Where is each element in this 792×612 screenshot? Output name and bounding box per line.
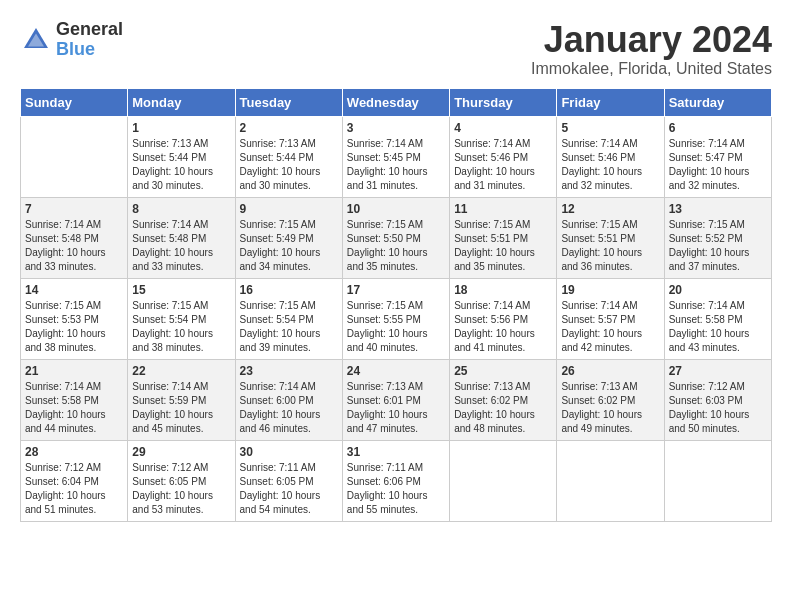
day-number: 16	[240, 283, 338, 297]
day-info: Sunrise: 7:14 AMSunset: 5:56 PMDaylight:…	[454, 299, 552, 355]
calendar-cell: 8Sunrise: 7:14 AMSunset: 5:48 PMDaylight…	[128, 197, 235, 278]
day-info: Sunrise: 7:14 AMSunset: 5:47 PMDaylight:…	[669, 137, 767, 193]
day-info: Sunrise: 7:14 AMSunset: 5:59 PMDaylight:…	[132, 380, 230, 436]
day-number: 2	[240, 121, 338, 135]
month-title: January 2024	[531, 20, 772, 60]
day-number: 26	[561, 364, 659, 378]
day-info: Sunrise: 7:14 AMSunset: 5:58 PMDaylight:…	[25, 380, 123, 436]
day-info: Sunrise: 7:13 AMSunset: 6:02 PMDaylight:…	[454, 380, 552, 436]
day-info: Sunrise: 7:15 AMSunset: 5:54 PMDaylight:…	[240, 299, 338, 355]
calendar-cell: 22Sunrise: 7:14 AMSunset: 5:59 PMDayligh…	[128, 359, 235, 440]
calendar-cell: 4Sunrise: 7:14 AMSunset: 5:46 PMDaylight…	[450, 116, 557, 197]
day-info: Sunrise: 7:11 AMSunset: 6:06 PMDaylight:…	[347, 461, 445, 517]
day-info: Sunrise: 7:14 AMSunset: 5:48 PMDaylight:…	[25, 218, 123, 274]
calendar-cell: 9Sunrise: 7:15 AMSunset: 5:49 PMDaylight…	[235, 197, 342, 278]
title-area: January 2024 Immokalee, Florida, United …	[531, 20, 772, 78]
calendar-cell: 2Sunrise: 7:13 AMSunset: 5:44 PMDaylight…	[235, 116, 342, 197]
calendar-cell: 10Sunrise: 7:15 AMSunset: 5:50 PMDayligh…	[342, 197, 449, 278]
day-number: 12	[561, 202, 659, 216]
day-info: Sunrise: 7:14 AMSunset: 6:00 PMDaylight:…	[240, 380, 338, 436]
day-info: Sunrise: 7:14 AMSunset: 5:46 PMDaylight:…	[454, 137, 552, 193]
calendar-cell: 5Sunrise: 7:14 AMSunset: 5:46 PMDaylight…	[557, 116, 664, 197]
day-info: Sunrise: 7:15 AMSunset: 5:52 PMDaylight:…	[669, 218, 767, 274]
header-saturday: Saturday	[664, 88, 771, 116]
day-number: 20	[669, 283, 767, 297]
day-info: Sunrise: 7:14 AMSunset: 5:58 PMDaylight:…	[669, 299, 767, 355]
header-monday: Monday	[128, 88, 235, 116]
logo-icon	[20, 24, 52, 56]
page-header: General Blue January 2024 Immokalee, Flo…	[20, 20, 772, 78]
day-number: 30	[240, 445, 338, 459]
location-title: Immokalee, Florida, United States	[531, 60, 772, 78]
calendar-week-row: 7Sunrise: 7:14 AMSunset: 5:48 PMDaylight…	[21, 197, 772, 278]
calendar-cell: 1Sunrise: 7:13 AMSunset: 5:44 PMDaylight…	[128, 116, 235, 197]
calendar-cell: 7Sunrise: 7:14 AMSunset: 5:48 PMDaylight…	[21, 197, 128, 278]
logo-text-blue: Blue	[56, 40, 123, 60]
calendar-cell	[664, 440, 771, 521]
day-number: 3	[347, 121, 445, 135]
day-number: 21	[25, 364, 123, 378]
day-info: Sunrise: 7:12 AMSunset: 6:05 PMDaylight:…	[132, 461, 230, 517]
calendar-cell	[21, 116, 128, 197]
day-number: 18	[454, 283, 552, 297]
calendar-cell: 26Sunrise: 7:13 AMSunset: 6:02 PMDayligh…	[557, 359, 664, 440]
day-number: 24	[347, 364, 445, 378]
calendar-cell: 24Sunrise: 7:13 AMSunset: 6:01 PMDayligh…	[342, 359, 449, 440]
calendar-cell: 28Sunrise: 7:12 AMSunset: 6:04 PMDayligh…	[21, 440, 128, 521]
calendar-cell: 15Sunrise: 7:15 AMSunset: 5:54 PMDayligh…	[128, 278, 235, 359]
day-number: 29	[132, 445, 230, 459]
day-info: Sunrise: 7:15 AMSunset: 5:54 PMDaylight:…	[132, 299, 230, 355]
header-tuesday: Tuesday	[235, 88, 342, 116]
day-info: Sunrise: 7:13 AMSunset: 6:02 PMDaylight:…	[561, 380, 659, 436]
header-sunday: Sunday	[21, 88, 128, 116]
day-info: Sunrise: 7:12 AMSunset: 6:03 PMDaylight:…	[669, 380, 767, 436]
calendar-cell: 13Sunrise: 7:15 AMSunset: 5:52 PMDayligh…	[664, 197, 771, 278]
day-info: Sunrise: 7:14 AMSunset: 5:57 PMDaylight:…	[561, 299, 659, 355]
calendar-cell	[450, 440, 557, 521]
day-number: 19	[561, 283, 659, 297]
calendar-cell: 30Sunrise: 7:11 AMSunset: 6:05 PMDayligh…	[235, 440, 342, 521]
day-info: Sunrise: 7:15 AMSunset: 5:50 PMDaylight:…	[347, 218, 445, 274]
calendar-cell: 6Sunrise: 7:14 AMSunset: 5:47 PMDaylight…	[664, 116, 771, 197]
logo: General Blue	[20, 20, 123, 60]
day-number: 15	[132, 283, 230, 297]
calendar-table: Sunday Monday Tuesday Wednesday Thursday…	[20, 88, 772, 522]
day-number: 17	[347, 283, 445, 297]
calendar-week-row: 21Sunrise: 7:14 AMSunset: 5:58 PMDayligh…	[21, 359, 772, 440]
calendar-cell: 3Sunrise: 7:14 AMSunset: 5:45 PMDaylight…	[342, 116, 449, 197]
header-thursday: Thursday	[450, 88, 557, 116]
calendar-week-row: 14Sunrise: 7:15 AMSunset: 5:53 PMDayligh…	[21, 278, 772, 359]
day-info: Sunrise: 7:13 AMSunset: 6:01 PMDaylight:…	[347, 380, 445, 436]
day-info: Sunrise: 7:14 AMSunset: 5:48 PMDaylight:…	[132, 218, 230, 274]
calendar-cell: 31Sunrise: 7:11 AMSunset: 6:06 PMDayligh…	[342, 440, 449, 521]
calendar-cell: 27Sunrise: 7:12 AMSunset: 6:03 PMDayligh…	[664, 359, 771, 440]
calendar-cell: 21Sunrise: 7:14 AMSunset: 5:58 PMDayligh…	[21, 359, 128, 440]
calendar-week-row: 28Sunrise: 7:12 AMSunset: 6:04 PMDayligh…	[21, 440, 772, 521]
day-number: 31	[347, 445, 445, 459]
day-number: 28	[25, 445, 123, 459]
calendar-cell	[557, 440, 664, 521]
calendar-cell: 11Sunrise: 7:15 AMSunset: 5:51 PMDayligh…	[450, 197, 557, 278]
day-number: 1	[132, 121, 230, 135]
calendar-cell: 12Sunrise: 7:15 AMSunset: 5:51 PMDayligh…	[557, 197, 664, 278]
day-number: 14	[25, 283, 123, 297]
weekday-header-row: Sunday Monday Tuesday Wednesday Thursday…	[21, 88, 772, 116]
logo-text-general: General	[56, 20, 123, 40]
day-number: 23	[240, 364, 338, 378]
day-info: Sunrise: 7:15 AMSunset: 5:53 PMDaylight:…	[25, 299, 123, 355]
day-info: Sunrise: 7:12 AMSunset: 6:04 PMDaylight:…	[25, 461, 123, 517]
day-number: 10	[347, 202, 445, 216]
calendar-week-row: 1Sunrise: 7:13 AMSunset: 5:44 PMDaylight…	[21, 116, 772, 197]
calendar-cell: 20Sunrise: 7:14 AMSunset: 5:58 PMDayligh…	[664, 278, 771, 359]
day-number: 5	[561, 121, 659, 135]
day-number: 25	[454, 364, 552, 378]
calendar-cell: 19Sunrise: 7:14 AMSunset: 5:57 PMDayligh…	[557, 278, 664, 359]
day-number: 8	[132, 202, 230, 216]
day-info: Sunrise: 7:14 AMSunset: 5:45 PMDaylight:…	[347, 137, 445, 193]
calendar-cell: 18Sunrise: 7:14 AMSunset: 5:56 PMDayligh…	[450, 278, 557, 359]
day-number: 13	[669, 202, 767, 216]
calendar-cell: 29Sunrise: 7:12 AMSunset: 6:05 PMDayligh…	[128, 440, 235, 521]
day-number: 11	[454, 202, 552, 216]
day-info: Sunrise: 7:15 AMSunset: 5:49 PMDaylight:…	[240, 218, 338, 274]
calendar-cell: 14Sunrise: 7:15 AMSunset: 5:53 PMDayligh…	[21, 278, 128, 359]
